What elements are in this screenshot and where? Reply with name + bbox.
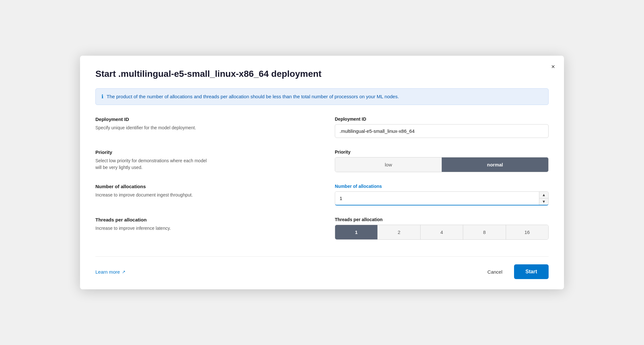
modal-footer: Learn more ↗ Cancel Start <box>95 256 549 279</box>
deployment-id-left: Deployment ID Specify unique identifier … <box>95 116 322 149</box>
cancel-button[interactable]: Cancel <box>481 265 509 278</box>
priority-left: Priority Select low priority for demonst… <box>95 149 322 184</box>
priority-label-right: Priority <box>335 149 549 155</box>
thread-btn-1[interactable]: 1 <box>335 225 377 239</box>
thread-btn-4[interactable]: 4 <box>420 225 463 239</box>
threads-right: Threads per allocation 1 2 4 8 16 <box>322 217 549 251</box>
deployment-id-input[interactable] <box>335 124 549 138</box>
thread-btn-2[interactable]: 2 <box>377 225 420 239</box>
info-banner-text: The product of the number of allocations… <box>107 93 399 100</box>
priority-normal-button[interactable]: normal <box>442 157 548 172</box>
allocations-label-left: Number of allocations <box>95 184 309 189</box>
threads-desc: Increase to improve inference latency. <box>95 226 171 231</box>
info-banner: ℹ The product of the number of allocatio… <box>95 88 549 105</box>
priority-desc-line1: Select low priority for demonstrations w… <box>95 158 207 163</box>
threads-toggle: 1 2 4 8 16 <box>335 225 549 240</box>
priority-label-left: Priority <box>95 149 309 155</box>
deployment-id-label-right: Deployment ID <box>335 116 549 122</box>
priority-desc-line2: will be very lightly used. <box>95 165 142 170</box>
thread-btn-8[interactable]: 8 <box>463 225 505 239</box>
allocations-increment-button[interactable]: ▲ <box>539 192 548 198</box>
allocations-input-wrapper: ▲ ▼ <box>335 191 549 205</box>
allocations-decrement-button[interactable]: ▼ <box>539 198 548 205</box>
allocations-left: Number of allocations Increase to improv… <box>95 184 322 217</box>
threads-label-left: Threads per allocation <box>95 217 309 222</box>
external-link-icon: ↗ <box>122 269 125 274</box>
priority-toggle: low normal <box>335 157 549 172</box>
allocations-stepper: ▲ ▼ <box>539 192 548 205</box>
allocations-desc: Increase to improve document ingest thro… <box>95 192 193 197</box>
form-grid: Deployment ID Specify unique identifier … <box>95 116 549 251</box>
footer-actions: Cancel Start <box>481 264 549 279</box>
threads-left: Threads per allocation Increase to impro… <box>95 217 322 251</box>
allocations-input[interactable] <box>335 192 539 205</box>
threads-label-right: Threads per allocation <box>335 217 549 222</box>
allocations-label-right: Number of allocations <box>335 184 549 189</box>
priority-right: Priority low normal <box>322 149 549 184</box>
priority-desc: Select low priority for demonstrations w… <box>95 158 207 170</box>
learn-more-label: Learn more <box>95 269 120 275</box>
close-button[interactable]: × <box>550 62 556 71</box>
learn-more-link[interactable]: Learn more ↗ <box>95 269 125 275</box>
deployment-id-label-left: Deployment ID <box>95 116 309 122</box>
modal-container: × Start .multilingual-e5-small_linux-x86… <box>80 56 564 289</box>
thread-btn-16[interactable]: 16 <box>506 225 548 239</box>
deployment-id-desc: Specify unique identifier for the model … <box>95 125 196 130</box>
priority-low-button[interactable]: low <box>335 157 442 172</box>
modal-title: Start .multilingual-e5-small_linux-x86_6… <box>95 68 549 79</box>
deployment-id-right: Deployment ID <box>322 116 549 149</box>
start-button[interactable]: Start <box>514 264 549 279</box>
info-icon: ℹ <box>101 93 103 100</box>
allocations-right: Number of allocations ▲ ▼ <box>322 184 549 217</box>
